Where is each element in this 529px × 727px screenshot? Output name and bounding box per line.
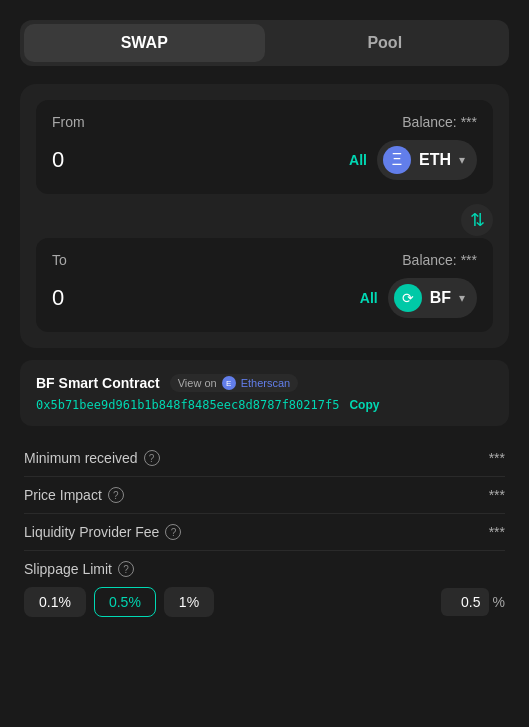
tab-pool[interactable]: Pool [265, 24, 506, 62]
from-input-right: All Ξ ETH ▾ [349, 140, 477, 180]
from-token-symbol: ETH [419, 151, 451, 169]
slippage-custom: % [441, 588, 505, 616]
tab-swap[interactable]: SWAP [24, 24, 265, 62]
view-on-label: View on [178, 377, 217, 389]
to-input-right: All ⟳ BF ▾ [360, 278, 477, 318]
from-all-button[interactable]: All [349, 152, 367, 168]
percent-label: % [493, 594, 505, 610]
info-rows: Minimum received ? *** Price Impact ? **… [20, 440, 509, 627]
from-header: From Balance: *** [52, 114, 477, 130]
slippage-option-2[interactable]: 1% [164, 587, 214, 617]
etherscan-icon: E [222, 376, 236, 390]
from-section: From Balance: *** All Ξ ETH ▾ [36, 100, 493, 194]
app-container: SWAP Pool From Balance: *** All Ξ [20, 20, 509, 707]
price-impact-help-icon[interactable]: ? [108, 487, 124, 503]
from-balance-value: *** [461, 114, 477, 130]
to-token-symbol: BF [430, 289, 451, 307]
to-header: To Balance: *** [52, 252, 477, 268]
from-amount-input[interactable] [52, 147, 152, 173]
minimum-received-label: Minimum received ? [24, 450, 160, 466]
minimum-received-row: Minimum received ? *** [24, 440, 505, 477]
to-token-selector[interactable]: ⟳ BF ▾ [388, 278, 477, 318]
to-section: To Balance: *** All ⟳ BF ▾ [36, 238, 493, 332]
liquidity-provider-fee-row: Liquidity Provider Fee ? *** [24, 514, 505, 551]
swap-direction-button[interactable]: ⇅ [461, 204, 493, 236]
copy-address-button[interactable]: Copy [349, 398, 379, 412]
slippage-row: Slippage Limit ? 0.1% 0.5% 1% % [24, 551, 505, 627]
to-chevron-icon: ▾ [459, 291, 465, 305]
to-balance-value: *** [461, 252, 477, 268]
price-impact-label: Price Impact ? [24, 487, 124, 503]
to-label: To [52, 252, 67, 268]
view-on-button[interactable]: View on E Etherscan [170, 374, 298, 392]
price-impact-row: Price Impact ? *** [24, 477, 505, 514]
liquidity-provider-fee-value: *** [489, 524, 505, 540]
slippage-option-0[interactable]: 0.1% [24, 587, 86, 617]
slippage-options: 0.1% 0.5% 1% % [24, 587, 505, 617]
swap-arrow-row: ⇅ [36, 202, 493, 238]
slippage-option-1[interactable]: 0.5% [94, 587, 156, 617]
eth-icon: Ξ [383, 146, 411, 174]
minimum-received-value: *** [489, 450, 505, 466]
minimum-received-help-icon[interactable]: ? [144, 450, 160, 466]
from-input-row: All Ξ ETH ▾ [52, 140, 477, 180]
etherscan-label: Etherscan [241, 377, 291, 389]
slippage-custom-input[interactable] [441, 588, 489, 616]
from-label: From [52, 114, 85, 130]
from-token-selector[interactable]: Ξ ETH ▾ [377, 140, 477, 180]
contract-title: BF Smart Contract [36, 375, 160, 391]
slippage-help-icon[interactable]: ? [118, 561, 134, 577]
to-amount-input[interactable] [52, 285, 152, 311]
from-balance-label: Balance: *** [402, 114, 477, 130]
swap-panel: From Balance: *** All Ξ ETH ▾ [20, 84, 509, 348]
price-impact-value: *** [489, 487, 505, 503]
contract-box: BF Smart Contract View on E Etherscan 0x… [20, 360, 509, 426]
contract-address-row: 0x5b71bee9d961b1b848f8485eec8d8787f80217… [36, 398, 493, 412]
contract-address: 0x5b71bee9d961b1b848f8485eec8d8787f80217… [36, 398, 339, 412]
from-chevron-icon: ▾ [459, 153, 465, 167]
to-input-row: All ⟳ BF ▾ [52, 278, 477, 318]
slippage-label: Slippage Limit ? [24, 561, 505, 577]
liquidity-provider-fee-label: Liquidity Provider Fee ? [24, 524, 181, 540]
liquidity-fee-help-icon[interactable]: ? [165, 524, 181, 540]
contract-header: BF Smart Contract View on E Etherscan [36, 374, 493, 392]
to-all-button[interactable]: All [360, 290, 378, 306]
to-balance-label: Balance: *** [402, 252, 477, 268]
tab-row: SWAP Pool [20, 20, 509, 66]
bf-icon: ⟳ [394, 284, 422, 312]
